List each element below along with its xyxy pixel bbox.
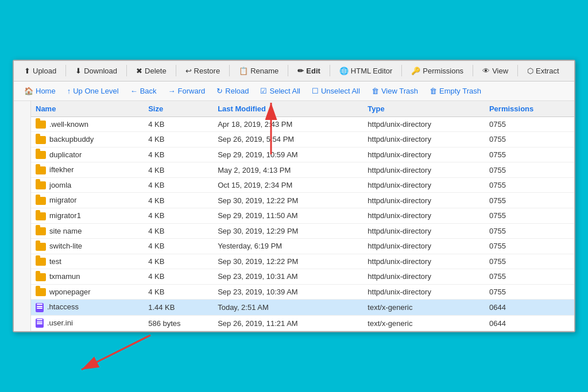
table-row[interactable]: test 4 KB Sep 30, 2019, 12:22 PM httpd/u…: [31, 254, 574, 269]
folder-icon: [36, 288, 46, 296]
table-row[interactable]: .htaccess 1.44 KB Today, 2:51 AM text/x-…: [31, 300, 574, 316]
view-trash-button[interactable]: 🗑 View Trash: [367, 84, 423, 98]
folder-icon: [36, 151, 46, 159]
file-name: test: [31, 254, 144, 269]
table-row[interactable]: backupbuddy 4 KB Sep 26, 2019, 5:54 PM h…: [31, 132, 574, 148]
col-permissions[interactable]: Permissions: [485, 101, 574, 117]
file-modified: Sep 23, 2019, 10:31 AM: [213, 269, 363, 285]
select-all-icon: ☑: [260, 87, 267, 95]
file-type: text/x-generic: [363, 300, 485, 316]
folder-icon: [36, 227, 46, 235]
permissions-button[interactable]: 🔑 Permissions: [407, 64, 468, 77]
download-button[interactable]: ⬇ Download: [71, 64, 122, 77]
folder-icon: [36, 197, 46, 205]
file-type: httpd/unix-directory: [363, 223, 485, 239]
view-trash-icon: 🗑: [372, 87, 379, 95]
folder-icon: [36, 166, 46, 174]
table-row[interactable]: migrator1 4 KB Sep 29, 2019, 11:50 AM ht…: [31, 208, 574, 223]
file-permissions: 0755: [485, 162, 574, 178]
left-panel: [14, 101, 31, 332]
file-size: 1.44 KB: [144, 300, 213, 316]
file-modified: May 2, 2019, 4:13 PM: [213, 162, 363, 178]
file-name: joomla: [31, 177, 144, 193]
html-editor-button[interactable]: 🌐 HTML Editor: [335, 64, 397, 77]
view-icon: 👁: [482, 67, 490, 75]
file-permissions: 0755: [485, 269, 574, 285]
file-type: httpd/unix-directory: [363, 162, 485, 178]
file-modified: Sep 29, 2019, 10:59 AM: [213, 147, 363, 162]
table-row[interactable]: .well-known 4 KB Apr 18, 2019, 2:43 PM h…: [31, 117, 574, 132]
table-row[interactable]: switch-lite 4 KB Yesterday, 6:19 PM http…: [31, 239, 574, 254]
file-icon: [36, 303, 44, 312]
empty-trash-button[interactable]: 🗑 Empty Trash: [425, 84, 486, 98]
separator: [176, 65, 176, 76]
col-name[interactable]: Name: [31, 101, 144, 117]
table-row[interactable]: .user.ini 586 bytes Sep 26, 2019, 11:21 …: [31, 315, 574, 331]
file-name: iftekher: [31, 162, 144, 178]
file-name: site name: [31, 223, 144, 239]
edit-button[interactable]: ✏ Edit: [293, 64, 325, 77]
file-permissions: 0644: [485, 300, 574, 316]
table-row[interactable]: duplicator 4 KB Sep 29, 2019, 10:59 AM h…: [31, 147, 574, 162]
table-row[interactable]: wponepager 4 KB Sep 23, 2019, 10:39 AM h…: [31, 284, 574, 300]
separator: [473, 65, 473, 76]
restore-button[interactable]: ↩ Restore: [181, 64, 225, 77]
file-size: 4 KB: [144, 223, 213, 239]
file-modified: Oct 15, 2019, 2:34 PM: [213, 177, 363, 193]
file-permissions: 0755: [485, 147, 574, 162]
col-modified[interactable]: Last Modified: [213, 101, 363, 117]
file-modified: Sep 30, 2019, 12:29 PM: [213, 223, 363, 239]
separator: [517, 65, 518, 76]
file-name: .htaccess: [31, 300, 144, 316]
separator: [330, 65, 330, 76]
delete-icon: ✖: [136, 67, 142, 75]
folder-icon: [36, 273, 46, 281]
forward-button[interactable]: → Forward: [164, 84, 210, 98]
file-modified: Today, 2:51 AM: [213, 300, 363, 316]
file-icon: [36, 319, 44, 328]
table-row[interactable]: site name 4 KB Sep 30, 2019, 12:29 PM ht…: [31, 223, 574, 239]
file-name: migrator1: [31, 208, 144, 223]
folder-icon: [36, 212, 46, 220]
file-type: httpd/unix-directory: [363, 269, 485, 285]
file-permissions: 0755: [485, 132, 574, 148]
reload-button[interactable]: ↻ Reload: [212, 84, 253, 98]
folder-icon: [36, 243, 46, 251]
unselect-all-button[interactable]: ☐ Unselect All: [307, 84, 365, 98]
home-button[interactable]: 🏠 Home: [20, 84, 60, 98]
rename-icon: 📋: [239, 67, 248, 75]
folder-icon: [36, 136, 46, 144]
extract-icon: ⬡: [527, 67, 533, 75]
html-editor-icon: 🌐: [339, 67, 349, 75]
file-type: httpd/unix-directory: [363, 117, 485, 132]
upload-button[interactable]: ⬆ Upload: [20, 64, 61, 77]
file-size: 4 KB: [144, 132, 213, 148]
permissions-icon: 🔑: [411, 67, 420, 75]
delete-button[interactable]: ✖ Delete: [131, 64, 171, 77]
col-size[interactable]: Size: [144, 101, 213, 117]
file-type: httpd/unix-directory: [363, 147, 485, 162]
edit-icon: ✏: [297, 67, 304, 75]
file-modified: Sep 30, 2019, 12:22 PM: [213, 254, 363, 269]
file-name: txmamun: [31, 269, 144, 285]
file-permissions: 0755: [485, 284, 574, 300]
up-one-level-button[interactable]: ↑ Up One Level: [63, 84, 123, 98]
table-row[interactable]: txmamun 4 KB Sep 23, 2019, 10:31 AM http…: [31, 269, 574, 285]
table-row[interactable]: migrator 4 KB Sep 30, 2019, 12:22 PM htt…: [31, 193, 574, 208]
rename-button[interactable]: 📋 Rename: [234, 64, 283, 77]
file-size: 4 KB: [144, 147, 213, 162]
separator: [288, 65, 288, 76]
file-permissions: 0755: [485, 117, 574, 132]
svg-line-2: [82, 335, 150, 370]
file-size: 4 KB: [144, 162, 213, 178]
table-row[interactable]: joomla 4 KB Oct 15, 2019, 2:34 PM httpd/…: [31, 177, 574, 193]
file-permissions: 0755: [485, 223, 574, 239]
back-button[interactable]: ← Back: [126, 84, 161, 98]
table-row[interactable]: iftekher 4 KB May 2, 2019, 4:13 PM httpd…: [31, 162, 574, 178]
extract-button[interactable]: ⬡ Extract: [523, 64, 563, 77]
col-type[interactable]: Type: [363, 101, 485, 117]
file-size: 4 KB: [144, 284, 213, 300]
select-all-button[interactable]: ☑ Select All: [256, 84, 304, 98]
file-modified: Sep 23, 2019, 10:39 AM: [213, 284, 363, 300]
view-button[interactable]: 👁 View: [478, 64, 513, 77]
